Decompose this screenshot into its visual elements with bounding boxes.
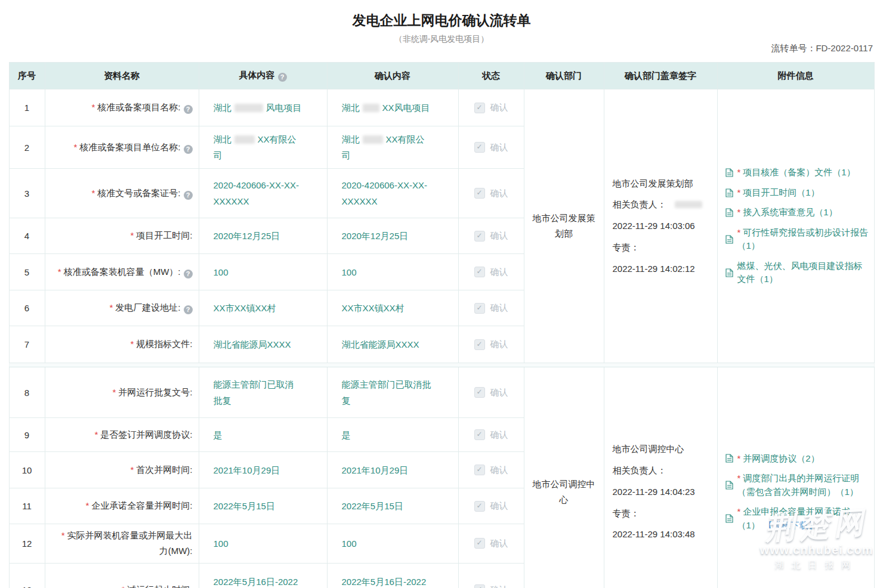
check-icon: ✓: [476, 231, 482, 240]
document-icon: [725, 168, 733, 177]
attachments-cell: *项目核准（备案）文件（1） *项目开工时间（1） *接入系统审查意见（1） *…: [717, 89, 874, 363]
confirm-checkbox[interactable]: ✓: [474, 339, 485, 350]
header-content: 具体内容?: [199, 63, 327, 89]
confirm-checkbox[interactable]: ✓: [474, 387, 485, 398]
header-confirm-content: 确认内容: [327, 63, 458, 89]
help-icon[interactable]: ?: [184, 105, 193, 114]
check-icon: ✓: [476, 340, 482, 348]
confirm-checkbox[interactable]: ✓: [474, 501, 485, 512]
header-confirm-dept: 确认部门: [524, 63, 604, 89]
field-content: 100: [199, 524, 327, 564]
confirm-checkbox[interactable]: ✓: [474, 267, 485, 277]
confirm-checkbox[interactable]: ✓: [474, 584, 485, 588]
required-asterisk: *: [737, 473, 741, 483]
status-label: 确认: [490, 584, 508, 588]
check-icon: ✓: [476, 143, 482, 151]
status-cell: ✓确认: [458, 452, 524, 488]
confirm-checkbox[interactable]: ✓: [474, 103, 485, 113]
required-asterisk: *: [91, 102, 95, 112]
header-material-name: 资料名称: [45, 63, 199, 89]
confirm-checkbox[interactable]: ✓: [474, 142, 485, 153]
field-label: *实际并网装机容量或并网最大出力(MW):: [45, 524, 199, 564]
attachment-link[interactable]: *项目核准（备案）文件（1）: [725, 166, 870, 180]
check-icon: ✓: [476, 539, 482, 547]
check-icon: ✓: [476, 465, 482, 474]
status-cell: ✓确认: [458, 488, 524, 524]
status-label: 确认: [490, 465, 508, 475]
confirm-checkbox[interactable]: ✓: [474, 465, 485, 475]
required-asterisk: *: [737, 227, 741, 237]
stamp-manager-time: 2022-11-29 14:04:23: [613, 485, 715, 499]
stamp-specialist: 专责：: [613, 507, 715, 520]
row-number: 10: [9, 452, 45, 488]
attachment-link[interactable]: *可行性研究报告或初步设计报告（1）: [725, 226, 870, 253]
table-header-row: 序号 资料名称 具体内容? 确认内容 状态 确认部门 确认部门盖章签字 附件信息: [9, 63, 874, 89]
status-label: 确认: [490, 538, 508, 548]
attachment-link[interactable]: 燃煤、光伏、风电项目建设指标文件（1）: [725, 259, 870, 286]
group-divider: [9, 363, 874, 367]
status-label: 确认: [490, 230, 508, 240]
confirm-checkbox[interactable]: ✓: [474, 231, 485, 242]
attachment-link[interactable]: *企业申报全容量并网承诺书（1）【模板下载】: [725, 505, 870, 532]
help-icon[interactable]: ?: [184, 191, 193, 200]
required-asterisk: *: [73, 142, 77, 152]
document-icon: [725, 208, 733, 217]
confirmation-flow-table: 序号 资料名称 具体内容? 确认内容 状态 确认部门 确认部门盖章签字 附件信息…: [9, 62, 875, 588]
row-number: 9: [9, 418, 45, 452]
row-number: 3: [9, 169, 45, 218]
document-icon: [725, 188, 733, 197]
field-label: *核准或备案装机容量（MW）:?: [45, 254, 199, 290]
attachment-link[interactable]: *接入系统审查意见（1）: [725, 206, 870, 219]
field-content: 100: [199, 254, 327, 290]
header-seq: 序号: [9, 63, 45, 89]
row-number: 7: [9, 326, 45, 363]
confirm-checkbox[interactable]: ✓: [474, 188, 485, 199]
confirm-checkbox[interactable]: ✓: [474, 429, 485, 440]
status-label: 确认: [490, 500, 508, 510]
check-icon: ✓: [476, 103, 482, 112]
stamp-dept: 地市公司发展策划部: [613, 177, 715, 190]
template-download-link[interactable]: 【模板下载】: [764, 520, 817, 530]
field-content: 是: [199, 418, 327, 452]
help-icon[interactable]: ?: [184, 305, 193, 314]
field-label: *首次并网时间:: [45, 452, 199, 488]
field-confirm: 2020年12月25日: [327, 218, 458, 254]
required-asterisk: *: [121, 584, 125, 588]
attachment-link[interactable]: *调度部门出具的并网运行证明（需包含首次并网时间）（1）: [725, 472, 870, 499]
row-number: 13: [9, 563, 45, 588]
field-label: *并网运行批复文号:: [45, 367, 199, 418]
field-label: *规模指标文件:: [45, 326, 199, 363]
check-icon: ✓: [476, 585, 482, 588]
stamp-specialist-time: 2022-11-29 14:03:48: [613, 528, 715, 541]
field-content: 2022年5月16日-2022年5月30日: [199, 563, 327, 588]
required-asterisk: *: [61, 530, 65, 540]
stamp-manager: 相关负责人：: [613, 464, 715, 477]
field-content: 湖北省能源局XXXX: [199, 326, 327, 363]
attachment-link[interactable]: *并网调度协议（2）: [725, 452, 870, 466]
required-asterisk: *: [130, 230, 134, 240]
field-content: XX市XX镇XX村: [199, 290, 327, 326]
help-icon[interactable]: ?: [184, 270, 193, 278]
header-attachments: 附件信息: [717, 63, 874, 89]
redacted-name: [675, 201, 702, 208]
help-icon[interactable]: ?: [184, 145, 193, 154]
field-label: *核准或备案项目单位名称:?: [45, 126, 199, 169]
attachment-link[interactable]: *项目开工时间（1）: [725, 186, 870, 200]
redacted-text: [363, 104, 379, 112]
required-asterisk: *: [109, 302, 113, 312]
redacted-text: [234, 135, 255, 144]
help-icon[interactable]: ?: [278, 73, 287, 82]
confirm-checkbox[interactable]: ✓: [474, 538, 485, 549]
field-label: *试运行起止时间:: [45, 563, 199, 588]
status-label: 确认: [490, 339, 508, 349]
confirm-checkbox[interactable]: ✓: [474, 303, 485, 314]
field-label: *核准或备案项目名称:?: [45, 89, 199, 126]
status-label: 确认: [490, 188, 508, 198]
confirm-department: 地市公司发展策划部: [524, 89, 604, 363]
status-cell: ✓确认: [458, 126, 524, 169]
required-asterisk: *: [737, 453, 741, 463]
redacted-text: [363, 135, 383, 144]
stamp-manager: 相关负责人：: [613, 198, 715, 211]
status-label: 确认: [490, 267, 508, 277]
stamp-dept: 地市公司调控中心: [613, 442, 715, 456]
